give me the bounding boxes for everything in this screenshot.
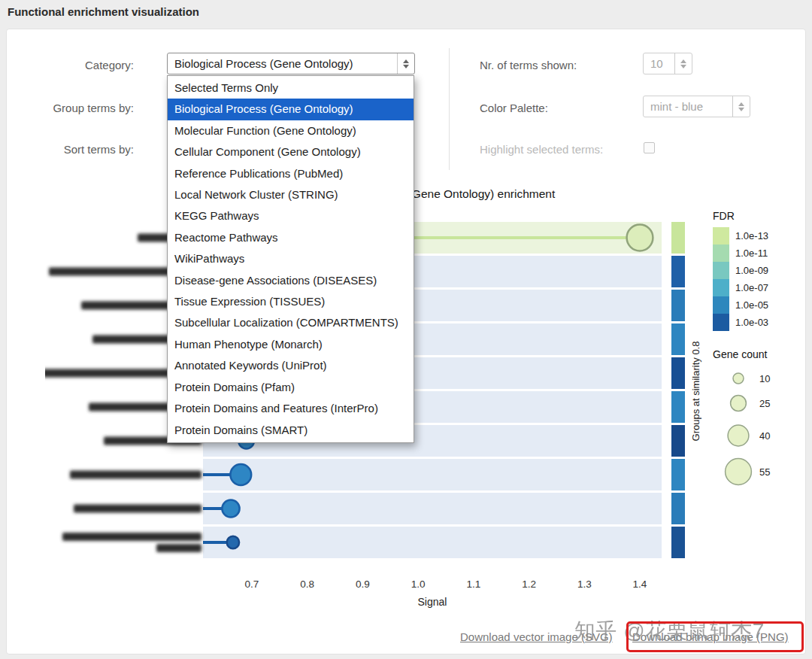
gene-count-label: 40 (759, 430, 770, 442)
fdr-swatch (713, 262, 729, 279)
category-select-value: Biological Process (Gene Ontology) (174, 57, 353, 70)
redacted-term-label (70, 471, 201, 479)
dropdown-option[interactable]: Protein Domains (SMART) (168, 420, 414, 441)
fdr-swatch (713, 227, 729, 244)
dropdown-option[interactable]: Subcellular Localization (COMPARTMENTS) (168, 312, 414, 333)
fdr-bar (671, 323, 685, 355)
fdr-bar (671, 290, 685, 321)
dropdown-option[interactable]: Molecular Function (Gene Ontology) (168, 120, 414, 141)
dropdown-option[interactable]: WikiPathways (168, 248, 414, 269)
nr-terms-value: 10 (650, 57, 663, 70)
page-title: Functional enrichment visualization (8, 5, 199, 18)
select-arrows-icon (732, 96, 750, 117)
fdr-bar (671, 256, 685, 287)
dropdown-option[interactable]: Reactome Pathways (168, 227, 414, 248)
fdr-swatch (713, 279, 729, 296)
dropdown-option[interactable]: Tissue Expression (TISSUES) (168, 291, 414, 312)
nr-terms-stepper[interactable]: 10 (643, 53, 692, 74)
annotation-red-box (626, 621, 804, 652)
fdr-swatch-label: 1.0e-03 (735, 317, 768, 328)
select-arrows-icon (397, 53, 414, 74)
dropdown-option[interactable]: Cellular Component (Gene Ontology) (168, 141, 414, 162)
gene-count-swatch (731, 396, 747, 411)
fdr-swatch-label: 1.0e-11 (735, 248, 768, 259)
dropdown-option[interactable]: Protein Domains (Pfam) (168, 377, 414, 398)
form-divider (449, 48, 450, 170)
x-tick-label: 0.8 (300, 579, 314, 590)
dropdown-option[interactable]: Human Phenotype (Monarch) (168, 334, 414, 355)
fdr-swatch-label: 1.0e-07 (735, 282, 768, 293)
dropdown-option[interactable]: Local Network Cluster (STRING) (168, 184, 414, 205)
nr-terms-label: Nr. of terms shown: (480, 59, 577, 71)
fdr-bar (671, 357, 685, 389)
fdr-swatch-label: 1.0e-09 (735, 265, 768, 276)
fdr-swatch (713, 296, 729, 314)
highlight-selected-label: Highlight selected terms: (480, 143, 603, 156)
color-palette-label: Color Palette: (480, 102, 548, 114)
category-select[interactable]: Biological Process (Gene Ontology) (167, 53, 415, 74)
row-band (203, 459, 662, 490)
dropdown-option[interactable]: Disease-gene Associations (DISEASES) (168, 270, 414, 291)
groups-axis-label: Groups at similarity 0.8 (690, 342, 701, 442)
dropdown-option[interactable]: Reference Publications (PubMed) (168, 163, 414, 184)
fdr-bar (671, 425, 685, 457)
term-dot (227, 536, 239, 548)
x-tick-label: 1.1 (467, 579, 481, 590)
term-dot (627, 225, 653, 251)
redacted-term-label (156, 544, 201, 552)
gene-count-swatch (728, 425, 749, 446)
x-tick-label: 0.7 (245, 579, 259, 590)
x-tick-label: 1.0 (411, 579, 426, 590)
x-tick-label: 0.9 (356, 579, 370, 590)
x-axis-label: Signal (418, 596, 447, 608)
x-tick-label: 1.2 (522, 579, 536, 590)
fdr-bar (671, 459, 685, 490)
highlight-selected-checkbox[interactable] (644, 142, 655, 153)
gene-count-label: 25 (759, 398, 770, 409)
redacted-term-label (62, 533, 201, 541)
fdr-swatch (713, 314, 729, 331)
row-band (203, 493, 662, 524)
gene-count-swatch (726, 459, 752, 485)
dropdown-option[interactable]: Biological Process (Gene Ontology) (168, 99, 414, 120)
category-dropdown-list: Selected Terms OnlyBiological Process (G… (167, 75, 414, 443)
dropdown-option[interactable]: Annotated Keywords (UniProt) (168, 355, 414, 376)
fdr-bar (671, 222, 685, 254)
sort-terms-label: Sort terms by: (30, 143, 134, 156)
gene-count-swatch (733, 373, 744, 384)
color-palette-value: mint - blue (650, 100, 703, 113)
gene-count-legend-title: Gene count (713, 348, 767, 360)
fdr-swatch-label: 1.0e-05 (735, 299, 768, 311)
x-tick-label: 1.4 (633, 579, 647, 590)
gene-count-label: 55 (759, 466, 770, 478)
fdr-bar (671, 493, 685, 524)
gene-count-label: 10 (759, 373, 770, 384)
enrichment-chart: Biological Process (Gene Ontology) enric… (45, 184, 804, 619)
page: Functional enrichment visualization Cate… (0, 0, 812, 659)
fdr-swatch (713, 244, 729, 262)
x-tick-label: 1.3 (577, 579, 592, 590)
dropdown-option[interactable]: Selected Terms Only (168, 77, 414, 99)
stepper-arrows-icon (674, 53, 692, 74)
row-band (203, 527, 662, 558)
fdr-swatch-label: 1.0e-13 (735, 230, 768, 241)
redacted-term-label (74, 505, 201, 513)
fdr-bar (671, 391, 685, 423)
dropdown-option[interactable]: KEGG Pathways (168, 205, 414, 226)
fdr-legend-title: FDR (713, 210, 735, 222)
term-dot (222, 500, 239, 517)
category-label: Category: (30, 59, 134, 71)
dropdown-option[interactable]: Protein Domains and Features (InterPro) (168, 398, 414, 419)
group-terms-label: Group terms by: (30, 102, 134, 114)
fdr-bar (671, 527, 685, 558)
term-dot (230, 464, 251, 485)
color-palette-select[interactable]: mint - blue (643, 96, 750, 117)
